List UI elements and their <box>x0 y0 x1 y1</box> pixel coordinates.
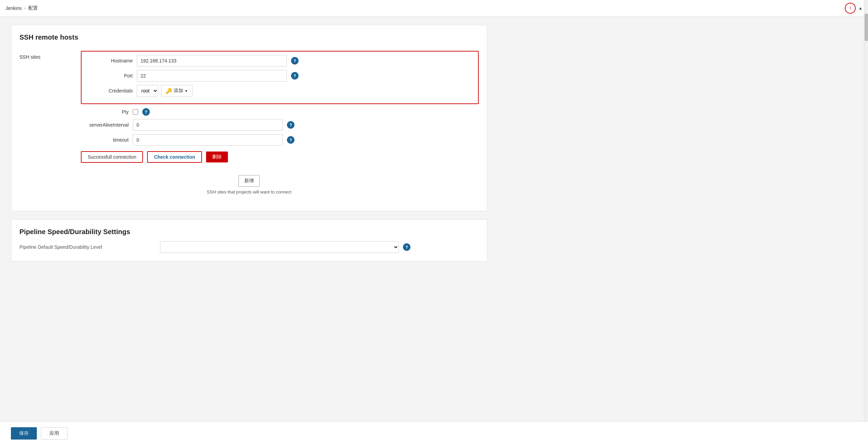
timeout-help-icon[interactable]: ? <box>287 136 294 144</box>
server-alive-row: serverAliveInterval ? <box>81 119 479 131</box>
scrollbar-thumb[interactable] <box>865 14 868 41</box>
pty-checkbox[interactable] <box>133 109 138 115</box>
scrollbar[interactable] <box>864 0 868 445</box>
pty-help-icon[interactable]: ? <box>142 108 150 116</box>
top-right-area: ! ▲ <box>845 3 863 14</box>
pipeline-help-icon[interactable]: ? <box>403 243 410 251</box>
add-new-button[interactable]: 新增 <box>238 175 260 187</box>
server-alive-help-icon[interactable]: ? <box>287 121 294 129</box>
credentials-row: Credentials root 🔑 添加 ▼ <box>85 85 475 97</box>
apply-button[interactable]: 应用 <box>41 427 68 440</box>
breadcrumb-config: 配置 <box>28 5 38 11</box>
footer-buttons: 保存 应用 <box>0 421 868 445</box>
pipeline-default-label: Pipeline Default Speed/Durability Level <box>19 244 156 250</box>
pty-label: Pty <box>81 109 129 115</box>
port-input[interactable] <box>137 70 287 82</box>
key-icon: 🔑 <box>165 88 172 94</box>
successful-connection-button[interactable]: Successfull connection <box>81 151 143 163</box>
add-credentials-button[interactable]: 🔑 添加 ▼ <box>161 85 192 97</box>
credentials-controls: root 🔑 添加 ▼ <box>137 85 192 97</box>
pipeline-title: Pipeline Speed/Durability Settings <box>19 228 479 236</box>
ssh-config-highlight-box: Hostname ? Port ? Credentials <box>81 51 479 104</box>
hostname-label: Hostname <box>85 58 133 63</box>
hostname-row: Hostname ? <box>85 55 475 67</box>
credentials-label: Credentials <box>85 88 133 94</box>
breadcrumb-arrow: › <box>24 6 26 11</box>
credentials-select[interactable]: root <box>137 85 158 97</box>
delete-button[interactable]: 删除 <box>206 152 228 162</box>
server-alive-label: serverAliveInterval <box>81 122 129 128</box>
check-connection-button[interactable]: Check connection <box>147 151 202 163</box>
breadcrumb-jenkins[interactable]: Jenkins <box>5 5 21 11</box>
timeout-row: timeout ? <box>81 134 479 146</box>
ssh-hint: SSH sites that projects will want to con… <box>19 189 479 195</box>
hostname-help-icon[interactable]: ? <box>291 57 299 64</box>
server-alive-input[interactable] <box>133 119 283 131</box>
breadcrumb: Jenkins › 配置 ! ▲ <box>0 0 868 17</box>
scroll-up-icon[interactable]: ▲ <box>858 6 863 11</box>
port-help-icon[interactable]: ? <box>291 72 299 80</box>
pipeline-row: Pipeline Default Speed/Durability Level … <box>19 241 479 253</box>
hostname-input[interactable] <box>137 55 287 67</box>
caret-down-icon: ▼ <box>185 89 188 93</box>
connection-buttons-area: Successfull connection Check connection … <box>81 151 479 163</box>
pty-row: Pty ? <box>81 108 479 116</box>
port-label: Port <box>85 73 133 78</box>
pipeline-speed-select[interactable] <box>160 241 399 253</box>
ssh-section-title: SSH remote hosts <box>19 33 479 44</box>
ssh-sites-form: Hostname ? Port ? Credentials <box>81 51 479 168</box>
save-button[interactable]: 保存 <box>11 427 37 440</box>
add-credentials-label: 添加 <box>174 88 183 94</box>
ssh-sites-label: SSH sites <box>19 51 81 60</box>
timeout-label: timeout <box>81 137 129 143</box>
timeout-input[interactable] <box>133 134 283 146</box>
port-row: Port ? <box>85 70 475 82</box>
notification-icon[interactable]: ! <box>845 3 856 14</box>
ssh-remote-hosts-section: SSH remote hosts SSH sites Hostname ? <box>11 25 487 211</box>
ssh-sites-container: SSH sites Hostname ? Port <box>19 51 479 168</box>
pipeline-section: Pipeline Speed/Durability Settings Pipel… <box>11 219 487 261</box>
